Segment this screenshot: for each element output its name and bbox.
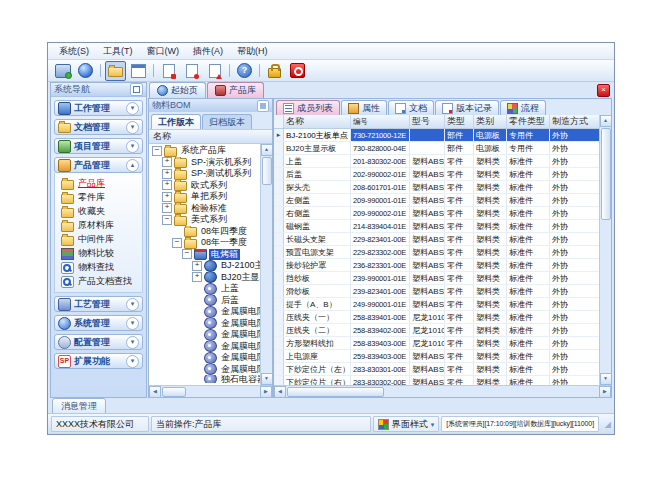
- scrollbar-thumb[interactable]: [262, 157, 272, 185]
- tree-expander[interactable]: −: [162, 215, 172, 225]
- tree-expander[interactable]: +: [192, 272, 202, 282]
- sidebar-item[interactable]: 产品文档查找: [61, 275, 142, 288]
- sidebar-item[interactable]: 中间件库: [61, 233, 142, 246]
- bom-panel-menu-icon[interactable]: [257, 100, 269, 112]
- tree-node[interactable]: 金属膜电阻器: [149, 329, 260, 341]
- tree-node[interactable]: + BJ-2100主板单点: [149, 260, 260, 272]
- tree-column-header[interactable]: 名称: [149, 129, 272, 144]
- lock-button[interactable]: [264, 61, 285, 81]
- publish-button[interactable]: [52, 61, 73, 81]
- scroll-right-icon[interactable]: [599, 386, 611, 398]
- window-list-button[interactable]: [128, 61, 149, 81]
- doc-new-button[interactable]: [158, 61, 179, 81]
- table-row[interactable]: 方形塑料线扣 258-839403-00E 尼龙1010 零件 塑料类 标准件 …: [274, 337, 599, 350]
- column-header[interactable]: 制造方式: [550, 115, 599, 128]
- menu-item[interactable]: 窗口(W): [140, 43, 187, 60]
- tree-node[interactable]: 金属膜电阻器: [149, 306, 260, 318]
- chevron-up-icon[interactable]: [126, 159, 139, 172]
- tree-node[interactable]: 独石电容器: [149, 375, 260, 383]
- column-header[interactable]: 编号: [351, 115, 410, 128]
- table-row[interactable]: 磁钢盖 214-839404-01E 塑料ABS 零件 塑料类 标准件 外协 条: [274, 220, 599, 233]
- version-tab[interactable]: 归档版本: [202, 114, 252, 129]
- table-vertical-scrollbar[interactable]: [599, 115, 611, 385]
- scrollbar-thumb[interactable]: [287, 387, 384, 397]
- table-row[interactable]: BJ20主显示板 730-828000-04E 部件 电源板 专用件 外协 颗: [274, 142, 599, 155]
- tree-node[interactable]: 上盖: [149, 283, 260, 295]
- table-row[interactable]: 挡纱板 239-990001-01E 塑料ABS 零件 塑料类 标准件 外协 条: [274, 272, 599, 285]
- scrollbar-thumb[interactable]: [162, 387, 186, 397]
- table-row[interactable]: 长磁头支架 229-823401-00E 塑料ABS 零件 塑料类 标准件 外协…: [274, 233, 599, 246]
- column-header[interactable]: 零件类型: [507, 115, 550, 128]
- chevron-down-icon[interactable]: [126, 317, 139, 330]
- scroll-left-icon[interactable]: [274, 386, 286, 398]
- table-row[interactable]: 下纱定位片（左） 283-830301-00E 塑料ABS 零件 塑料类 标准件…: [274, 363, 599, 376]
- tree-expander[interactable]: +: [162, 157, 172, 167]
- tree-expander[interactable]: +: [162, 169, 172, 179]
- tree-node[interactable]: + 检验标准: [149, 203, 260, 215]
- table-horizontal-scrollbar[interactable]: [274, 385, 611, 397]
- scroll-up-icon[interactable]: [600, 115, 612, 127]
- sidebar-group[interactable]: 扩展功能: [54, 353, 143, 369]
- column-header[interactable]: 名称: [284, 115, 351, 128]
- member-tab[interactable]: 成员列表: [276, 100, 340, 115]
- tree-vertical-scrollbar[interactable]: [260, 144, 272, 385]
- menu-item[interactable]: 帮助(H): [230, 43, 275, 60]
- sidebar-item[interactable]: 物料查找: [61, 261, 142, 274]
- tree-expander[interactable]: −: [172, 238, 182, 248]
- scrollbar-thumb[interactable]: [601, 128, 611, 220]
- document-tab[interactable]: 产品库: [207, 82, 264, 98]
- sidebar-item[interactable]: 产品库: [61, 177, 142, 190]
- scroll-left-icon[interactable]: [149, 386, 161, 398]
- table-row[interactable]: 右侧盖 209-990002-01E 塑料ABS 零件 塑料类 标准件 外协 条: [274, 207, 599, 220]
- table-row[interactable]: 接纱轮护罩 236-823301-00E 塑料ABS 零件 塑料类 标准件 外协…: [274, 259, 599, 272]
- table-row[interactable]: 上电源座 259-839403-00E 塑料ABS 零件 塑料类 标准件 外协 …: [274, 350, 599, 363]
- version-tab[interactable]: 工作版本: [151, 114, 201, 129]
- tree-node[interactable]: + BJ20主显示板: [149, 272, 260, 284]
- sidebar-group-header[interactable]: 产品管理: [54, 157, 143, 173]
- sidebar-item[interactable]: 收藏夹: [61, 205, 142, 218]
- sidebar-group[interactable]: 配置管理: [54, 334, 143, 350]
- table-row[interactable]: 探头壳 208-601701-01E 塑料ABS 零件 塑料类 标准件 外协 条: [274, 181, 599, 194]
- member-tab[interactable]: 流程: [500, 100, 546, 115]
- menu-item[interactable]: 插件(A): [186, 43, 230, 60]
- tree-node[interactable]: 金属膜电阻器: [149, 364, 260, 376]
- toolbar-button[interactable]: [100, 64, 101, 77]
- table-row[interactable]: 压线夹（一） 258-839401-00E 尼龙1010 零件 塑料类 标准件 …: [274, 311, 599, 324]
- table-row[interactable]: 左侧盖 209-990001-01E 塑料ABS 零件 塑料类 标准件 外协 条: [274, 194, 599, 207]
- tree-node[interactable]: + SP-演示机系列: [149, 157, 260, 169]
- scroll-right-icon[interactable]: [260, 386, 272, 398]
- menu-item[interactable]: 系统(S): [52, 43, 96, 60]
- close-tab-button[interactable]: [597, 84, 610, 97]
- tree-expander[interactable]: +: [162, 180, 172, 190]
- table-row[interactable]: 提手（A、B） 249-990001-01E 塑料ABS 零件 塑料类 标准件 …: [274, 298, 599, 311]
- sidebar-group[interactable]: 工艺管理: [54, 296, 143, 312]
- tree-node[interactable]: + 单把系列: [149, 191, 260, 203]
- document-tab[interactable]: 起始页: [149, 82, 206, 98]
- table-row[interactable]: 滑纱板 239-823401-00E 塑料ABS 零件 塑料类 标准件 外协 条: [274, 285, 599, 298]
- sidebar-group[interactable]: 项目管理: [54, 138, 143, 154]
- panel-options-icon[interactable]: [130, 83, 143, 96]
- scroll-up-icon[interactable]: [261, 144, 273, 156]
- toolbar-button[interactable]: [259, 64, 260, 77]
- member-tab[interactable]: 文档: [388, 100, 434, 115]
- chevron-down-icon[interactable]: [126, 140, 139, 153]
- resize-grip[interactable]: [601, 420, 611, 429]
- tree-node[interactable]: 金属膜电阻器: [149, 318, 260, 330]
- scroll-down-icon[interactable]: [600, 373, 612, 385]
- tree-node[interactable]: 金属膜电阻器: [149, 341, 260, 353]
- table-row[interactable]: 下纱定位片（右） 283-830302-00E 塑料ABS 零件 塑料类 标准件…: [274, 376, 599, 385]
- chevron-down-icon[interactable]: [126, 355, 139, 368]
- sidebar-item[interactable]: 原材料库: [61, 219, 142, 232]
- tree-node[interactable]: − 电烤箱: [149, 249, 260, 261]
- table-row[interactable]: 预置电源支架 229-823302-00E 塑料ABS 零件 塑料类 标准件 外…: [274, 246, 599, 259]
- sidebar-group[interactable]: 文档管理: [54, 119, 143, 135]
- tree-horizontal-scrollbar[interactable]: [149, 385, 272, 397]
- tree-node[interactable]: 08年四季度: [149, 226, 260, 238]
- toolbar-button[interactable]: [153, 64, 154, 77]
- table-row[interactable]: BJ-2100主板单点 730-721000-12E 部件 电源板 专用件 外协…: [274, 129, 599, 142]
- tree-node[interactable]: + 欧式系列: [149, 180, 260, 192]
- tree-node[interactable]: 后盖: [149, 295, 260, 307]
- member-tab[interactable]: 版本记录: [435, 100, 499, 115]
- chevron-down-icon[interactable]: [126, 298, 139, 311]
- exit-button[interactable]: [287, 61, 308, 81]
